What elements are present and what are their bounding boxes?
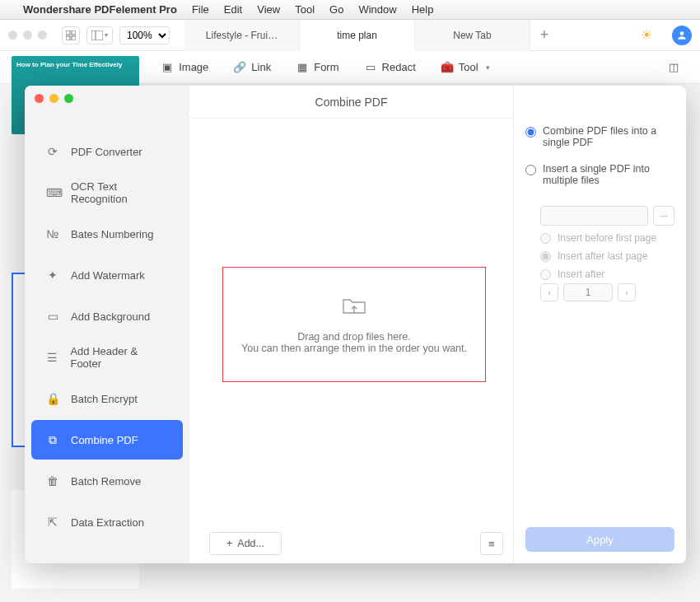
zoom-select[interactable]: 100%: [119, 26, 170, 44]
sub-insert-before: Insert before first page: [540, 232, 674, 244]
page-prev-button: ‹: [540, 283, 558, 301]
apply-button[interactable]: Apply: [525, 527, 674, 552]
radio-insert-after: [540, 269, 551, 280]
sidebar-item-label: Add Watermark: [71, 269, 145, 282]
plus-icon: +: [226, 538, 232, 549]
add-tab-button[interactable]: +: [530, 20, 558, 51]
tab-new[interactable]: New Tab: [415, 20, 530, 51]
browse-file-button: ···: [653, 206, 674, 226]
sub-insert-after-last: Insert after last page: [540, 250, 674, 262]
drop-area[interactable]: Drag and drop files here. You can then a…: [222, 267, 486, 382]
tool-panel[interactable]: ◫: [667, 61, 680, 74]
tab-bar: Lifestyle - Frui… time plan New Tab +: [184, 20, 626, 51]
modal-maximize-icon[interactable]: [64, 94, 73, 103]
insert-options-disabled: ··· Insert before first page Insert afte…: [525, 201, 674, 301]
sidebar-item-batch-encrypt[interactable]: 🔒Batch Encrypt: [31, 379, 183, 418]
modal-right-panel: Combine PDF files into a single PDF Inse…: [513, 86, 686, 563]
radio-insert[interactable]: [525, 165, 536, 175]
tab-time-plan[interactable]: time plan: [300, 20, 415, 51]
sidebar-item-data-extraction[interactable]: ⇱Data Extraction: [31, 502, 183, 542]
tool-redact-label: Redact: [382, 61, 416, 73]
user-avatar[interactable]: [672, 26, 692, 45]
option-insert[interactable]: Insert a single PDF into multiple files: [525, 163, 674, 186]
app-name[interactable]: Wondershare PDFelement Pro: [23, 3, 177, 16]
user-icon: [676, 30, 688, 41]
svg-rect-0: [66, 30, 70, 35]
tool-form-label: Form: [314, 61, 338, 73]
tab-lifestyle[interactable]: Lifestyle - Frui…: [184, 20, 300, 51]
sidebar-toggle-button[interactable]: ▾: [86, 26, 113, 44]
chevron-down-icon: ▾: [105, 31, 108, 39]
sidebar-item-label: Add Background: [71, 310, 150, 323]
combine-icon: ⧉: [46, 433, 59, 447]
tool-form[interactable]: ▦Form: [296, 61, 338, 74]
menu-edit[interactable]: Edit: [224, 3, 242, 16]
folder-upload-icon: [342, 295, 366, 316]
mac-menubar: Wondershare PDFelement Pro File Edit Vie…: [0, 0, 700, 20]
svg-rect-1: [72, 30, 76, 35]
modal-minimize-icon[interactable]: [49, 94, 58, 103]
radio-combine[interactable]: [525, 127, 536, 138]
menu-view[interactable]: View: [257, 3, 280, 16]
sidebar-item-header-footer[interactable]: ☰Add Header & Footer: [31, 338, 183, 377]
sidebar-item-label: Add Header & Footer: [70, 345, 168, 370]
tool-image-label: Image: [179, 61, 208, 73]
tool-link[interactable]: 🔗Link: [233, 61, 271, 74]
sidebar-icon: [91, 30, 103, 40]
watermark-icon: ✦: [46, 268, 59, 282]
thumbnail-1-title: How to Plan your Time Effectively: [16, 61, 122, 68]
window-controls[interactable]: [8, 30, 47, 40]
drop-line-2: You can then arrange them in the order y…: [241, 343, 467, 354]
tool-image[interactable]: ▣Image: [161, 61, 208, 74]
toolbox-icon: 🧰: [441, 61, 454, 74]
add-button-label: Add...: [237, 538, 264, 549]
maximize-icon[interactable]: [38, 30, 47, 40]
radio-insert-after-last: [540, 251, 551, 262]
theme-icon[interactable]: ☀: [641, 27, 652, 43]
svg-rect-2: [66, 36, 70, 40]
insert-after-last-label: Insert after last page: [558, 250, 647, 262]
minimize-icon[interactable]: [23, 30, 32, 40]
grid-view-button[interactable]: [62, 26, 80, 44]
menu-tool[interactable]: Tool: [295, 3, 315, 16]
combine-pdf-modal: ⟳PDF Converter ⌨OCR Text Recognition №Ba…: [25, 86, 686, 563]
menu-window[interactable]: Window: [358, 3, 396, 16]
ocr-icon: ⌨: [46, 186, 59, 199]
sidebar-item-pdf-converter[interactable]: ⟳PDF Converter: [31, 132, 183, 171]
menu-file[interactable]: File: [192, 3, 209, 16]
radio-insert-before: [540, 233, 551, 244]
modal-center: Combine PDF Drag and drop files here. Yo…: [189, 86, 513, 563]
sub-insert-after: Insert after: [540, 268, 674, 280]
close-icon[interactable]: [8, 30, 17, 40]
sidebar-item-ocr[interactable]: ⌨OCR Text Recognition: [31, 173, 183, 212]
background-icon: ▭: [46, 310, 59, 323]
option-insert-label: Insert a single PDF into multiple files: [543, 163, 674, 186]
redact-icon: ▭: [364, 61, 377, 74]
svg-rect-3: [72, 36, 76, 40]
sidebar-item-background[interactable]: ▭Add Background: [31, 296, 183, 336]
option-combine[interactable]: Combine PDF files into a single PDF: [525, 125, 674, 148]
menu-go[interactable]: Go: [329, 3, 343, 16]
add-files-button[interactable]: +Add...: [209, 532, 282, 555]
sidebar-item-batch-remove[interactable]: 🗑Batch Remove: [31, 461, 183, 501]
link-icon: 🔗: [233, 61, 246, 74]
modal-close-icon[interactable]: [35, 94, 44, 103]
sidebar-item-label: Batch Encrypt: [71, 393, 138, 405]
sidebar-item-label: PDF Converter: [71, 146, 142, 158]
headerfooter-icon: ☰: [46, 351, 58, 364]
tool-tool[interactable]: 🧰Tool▾: [441, 61, 490, 74]
panel-icon: ◫: [667, 61, 680, 74]
remove-icon: 🗑: [46, 474, 59, 488]
modal-title: Combine PDF: [189, 86, 513, 119]
sidebar-item-watermark[interactable]: ✦Add Watermark: [31, 255, 183, 295]
modal-window-controls[interactable]: [35, 94, 73, 103]
svg-point-6: [680, 31, 684, 35]
converter-icon: ⟳: [46, 145, 59, 158]
tool-redact[interactable]: ▭Redact: [364, 61, 416, 74]
tool-link-label: Link: [251, 61, 271, 73]
sidebar-item-combine-pdf[interactable]: ⧉Combine PDF: [31, 420, 183, 460]
insert-after-label: Insert after: [558, 268, 604, 280]
list-view-button[interactable]: ≡: [480, 532, 503, 555]
sidebar-item-bates[interactable]: №Bates Numbering: [31, 214, 183, 254]
menu-help[interactable]: Help: [412, 3, 434, 16]
